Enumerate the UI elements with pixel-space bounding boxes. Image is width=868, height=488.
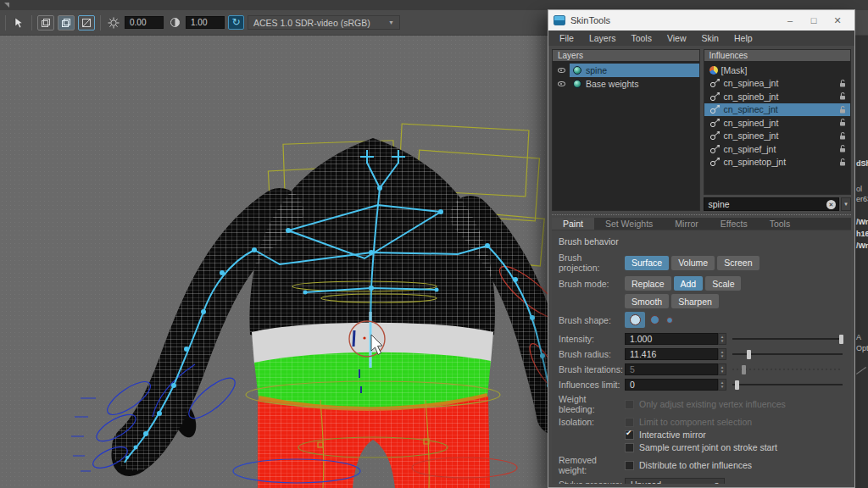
lock-icon[interactable] xyxy=(837,79,848,88)
influence-row[interactable]: cn_spinec_jnt xyxy=(704,103,851,117)
tab[interactable]: Set Weights xyxy=(594,218,664,230)
viewport-3d-scene xyxy=(0,0,559,488)
paint-tab-content: Brush behavior Brush projection: Surface… xyxy=(552,230,851,484)
brush-shape-soft-button[interactable] xyxy=(625,312,645,328)
chevron-down-icon: ▼ xyxy=(714,481,720,484)
brush-mode-button[interactable]: Smooth xyxy=(625,294,669,308)
influence-row[interactable]: cn_spineb_jnt xyxy=(704,90,851,103)
brush-projection-button[interactable]: Screen xyxy=(717,256,759,270)
menu-item[interactable]: View xyxy=(659,30,694,46)
stylus-pressure-value: Unused xyxy=(631,480,661,485)
influence-name: cn_spinef_jnt xyxy=(724,144,776,154)
lock-icon[interactable] xyxy=(837,158,848,167)
lock-icon[interactable] xyxy=(837,105,848,114)
exposure-icon[interactable] xyxy=(106,15,121,30)
intensity-spinner[interactable]: ▲▼ xyxy=(718,333,726,345)
brush-projection-button[interactable]: Surface xyxy=(625,256,669,270)
layer-row[interactable]: spine xyxy=(553,64,699,77)
select-tool-icon[interactable] xyxy=(11,15,26,30)
menu-item[interactable]: Tools xyxy=(623,30,659,46)
layer-stack-button[interactable] xyxy=(37,15,54,30)
tab[interactable]: Mirror xyxy=(664,218,709,230)
layer-name: Base weights xyxy=(586,79,638,89)
lock-icon[interactable] xyxy=(837,144,848,153)
influence-name: cn_spinee_jnt xyxy=(724,130,779,141)
brush-shape-hard-button[interactable] xyxy=(666,317,673,324)
sample-joint-checkbox[interactable]: ✔ xyxy=(625,443,634,452)
brush-iterations-label: Brush iterations: xyxy=(559,364,625,374)
removed-weight-option: Distribute to other influences xyxy=(639,460,752,470)
stylus-pressure-label: Stylus pressure: xyxy=(559,480,625,485)
brush-iterations-field: 5 xyxy=(625,363,718,375)
clear-search-icon[interactable]: ✕ xyxy=(826,200,836,209)
brush-mode-label: Brush mode: xyxy=(559,279,625,289)
view-transform-dropdown[interactable]: ACES 1.0 SDR-video (sRGB) ▼ xyxy=(248,15,400,30)
menu-item[interactable]: Skin xyxy=(694,30,726,46)
intensity-field[interactable]: 1.000 xyxy=(625,333,718,345)
tab[interactable]: Effects xyxy=(709,218,759,230)
influence-search-input[interactable]: spine ✕ xyxy=(704,197,840,211)
joint-icon xyxy=(709,118,721,128)
influence-name: cn_spineb_jnt xyxy=(724,92,779,102)
influence-row[interactable]: cn_spinef_jnt xyxy=(704,142,851,156)
influences-limit-slider[interactable] xyxy=(732,380,844,390)
toolbar-divider xyxy=(5,15,6,30)
interactive-mirror-checkbox[interactable]: ✔ xyxy=(625,430,634,440)
title-bar[interactable]: SkinTools – □ ✕ xyxy=(548,10,854,30)
tab[interactable]: Tools xyxy=(759,218,802,230)
search-value: spine xyxy=(704,199,827,209)
search-options-button[interactable]: ▾ xyxy=(841,197,851,211)
close-button[interactable]: ✕ xyxy=(826,15,849,26)
contrast-icon[interactable] xyxy=(167,15,182,30)
intensity-slider[interactable] xyxy=(732,334,844,344)
lock-icon[interactable] xyxy=(837,118,848,127)
tab[interactable]: Paint xyxy=(552,218,594,230)
influence-row[interactable]: [Mask] xyxy=(704,64,851,77)
influence-row[interactable]: cn_spinea_jnt xyxy=(704,77,851,91)
menu-item[interactable]: Help xyxy=(726,30,760,46)
layer-row[interactable]: Base weights xyxy=(553,77,699,91)
brush-mode-button[interactable]: Add xyxy=(674,276,704,291)
brush-radius-field[interactable]: 11.416 xyxy=(625,348,718,360)
maximize-button[interactable]: □ xyxy=(802,15,826,26)
visibility-eye-icon[interactable] xyxy=(553,68,570,73)
influences-list: [Mask] xyxy=(704,61,851,194)
menu-item[interactable]: File xyxy=(552,30,581,46)
joint-icon xyxy=(709,130,721,141)
view-transform-value: ACES 1.0 SDR-video (sRGB) xyxy=(253,18,370,28)
influence-row[interactable]: cn_spinee_jnt xyxy=(704,130,851,143)
stylus-pressure-dropdown[interactable]: Unused ▼ xyxy=(625,478,725,484)
color-management-icon[interactable]: ↻ xyxy=(228,15,244,30)
weight-bleeding-checkbox: ✔ xyxy=(625,400,634,409)
brush-mode-button[interactable]: Sharpen xyxy=(671,294,719,308)
influence-row[interactable]: cn_spinetop_jnt xyxy=(704,156,851,169)
brush-shape-medium-button[interactable] xyxy=(650,315,659,324)
joint-icon xyxy=(709,92,721,102)
lock-icon[interactable] xyxy=(837,92,848,101)
removed-weight-checkbox[interactable]: ✔ xyxy=(625,461,634,470)
window-body: Layers spine xyxy=(548,46,854,487)
weight-bleeding-label: Weight bleeding: xyxy=(559,394,625,414)
brush-radius-spinner[interactable]: ▲▼ xyxy=(718,348,726,360)
menu-item[interactable]: Layers xyxy=(581,30,624,46)
influence-row[interactable]: cn_spined_jnt xyxy=(704,116,851,130)
weight-bleeding-option: Only adjust existing vertex influences xyxy=(639,399,786,409)
contrast-field[interactable]: 1.00 xyxy=(186,16,225,29)
chevron-down-icon: ▼ xyxy=(388,19,394,25)
minimize-button[interactable]: – xyxy=(778,15,802,26)
influences-limit-field[interactable]: 0 xyxy=(625,379,718,391)
clipped-text: er63 xyxy=(856,195,868,203)
brush-mode-button[interactable]: Scale xyxy=(705,276,741,291)
screen-projection-button[interactable] xyxy=(78,15,95,30)
visibility-eye-icon[interactable] xyxy=(553,81,570,86)
brush-radius-slider[interactable] xyxy=(732,349,844,359)
brush-mode-button[interactable]: Replace xyxy=(625,276,671,291)
lock-icon[interactable] xyxy=(837,131,848,141)
skintools-app-icon xyxy=(554,15,565,25)
exposure-field[interactable]: 0.00 xyxy=(125,16,164,29)
isolation-label: Isolation: xyxy=(559,417,625,427)
layer-blend-button[interactable] xyxy=(58,15,75,30)
influences-limit-spinner[interactable]: ▲▼ xyxy=(718,379,726,391)
brush-projection-button[interactable]: Volume xyxy=(671,256,715,270)
interactive-mirror-option: Interactive mirror xyxy=(639,430,706,440)
